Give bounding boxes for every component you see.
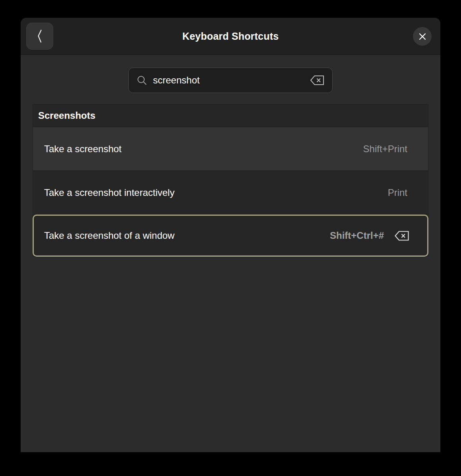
keyboard-shortcuts-window: Keyboard Shortcuts	[21, 18, 440, 452]
shortcut-accelerator: Print	[388, 187, 407, 198]
back-button[interactable]	[26, 23, 53, 50]
headerbar: Keyboard Shortcuts	[21, 18, 440, 55]
shortcut-label: Take a screenshot interactively	[44, 187, 174, 198]
shortcut-row-take-a-screenshot-of-a-window[interactable]: Take a screenshot of a window Shift+Ctrl…	[33, 215, 428, 257]
search-input[interactable]	[153, 75, 310, 86]
section-header: Screenshots	[33, 104, 428, 127]
shortcut-label: Take a screenshot	[44, 143, 122, 155]
search-icon	[137, 75, 147, 86]
shortcut-row-take-a-screenshot-interactively[interactable]: Take a screenshot interactively Print	[33, 171, 428, 215]
backspace-clear-icon[interactable]	[310, 75, 324, 85]
chevron-left-icon	[35, 29, 45, 44]
shortcut-label: Take a screenshot of a window	[44, 230, 174, 241]
shortcut-accelerator: Shift+Print	[363, 143, 407, 155]
shortcuts-list: Screenshots Take a screenshot Shift+Prin…	[33, 104, 428, 257]
page-title: Keyboard Shortcuts	[21, 31, 440, 42]
close-button[interactable]	[413, 27, 432, 46]
backspace-reset-icon[interactable]	[394, 230, 409, 241]
search-area	[21, 68, 440, 93]
close-icon	[418, 32, 427, 41]
shortcut-row-end: Shift+Ctrl+#	[330, 230, 409, 241]
search-entry[interactable]	[128, 68, 333, 93]
shortcut-accelerator: Shift+Ctrl+#	[330, 230, 384, 241]
shortcut-row-take-a-screenshot[interactable]: Take a screenshot Shift+Print	[33, 127, 428, 171]
